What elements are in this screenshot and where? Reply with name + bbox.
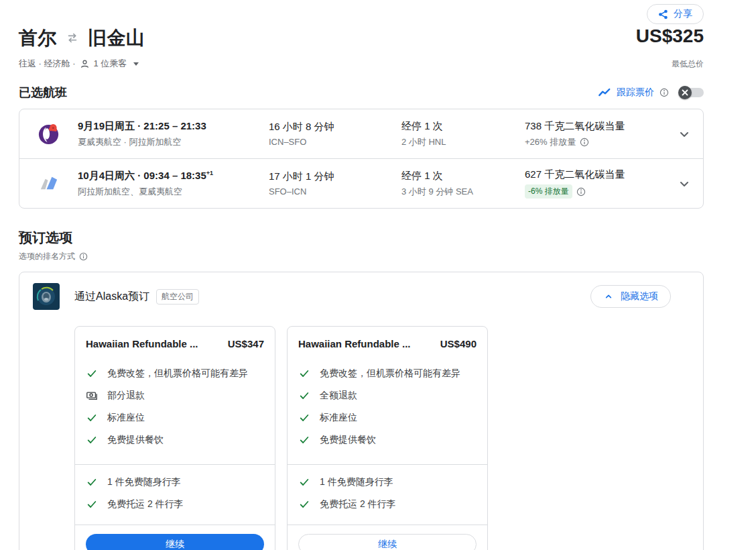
- fare-baggage: 免费托运 2 件行李: [86, 498, 264, 510]
- fare-name: Hawaiian Refundable ...: [86, 338, 198, 349]
- fare-card-refundable-490: Hawaiian Refundable ... US$490 免费改签，但机票价…: [287, 326, 488, 550]
- flight-stops: 经停 1 次: [401, 170, 525, 182]
- passengers-caret-icon[interactable]: [133, 62, 139, 66]
- check-icon: [86, 368, 98, 379]
- fare-feature: 免费改签，但机票价格可能有差异: [86, 368, 264, 380]
- fare-feature: 免费提供餐饮: [86, 434, 264, 446]
- fare-feature: 免费改签，但机票价格可能有差异: [298, 368, 477, 380]
- flight-duration: 16 小时 8 分钟: [269, 121, 401, 133]
- flight-stops: 经停 1 次: [401, 120, 525, 133]
- emissions-info-icon[interactable]: [576, 187, 586, 197]
- expand-flight-chevron-icon[interactable]: [666, 126, 703, 142]
- fare-baggage: 免费托运 2 件行李: [298, 498, 477, 510]
- trend-line-icon: [598, 87, 611, 98]
- provider-type-badge: 航空公司: [156, 289, 199, 305]
- flight-datetime-cell: 10月4日周六 · 09:34 – 18:35+1 阿拉斯加航空、夏威夷航空: [78, 170, 269, 198]
- flight-emissions-cell: 738 千克二氧化碳当量 +26% 排放量: [525, 120, 666, 148]
- share-button[interactable]: 分享: [647, 4, 704, 24]
- fare-feature-text: 标准座位: [107, 412, 145, 424]
- flight-duration: 17 小时 1 分钟: [269, 170, 401, 183]
- flight-layover: 3 小时 9 分钟 SEA: [401, 186, 525, 198]
- selected-flights-title: 已选航班: [19, 85, 67, 101]
- selected-flights-list: 9月19日周五 · 21:25 – 21:33 夏威夷航空 · 阿拉斯加航空 1…: [19, 109, 704, 209]
- track-prices-toggle[interactable]: [681, 88, 704, 97]
- flight-datetime: 10月4日周六 · 09:34 – 18:35: [78, 170, 206, 181]
- check-icon: [298, 477, 310, 488]
- passenger-count: 1 位乘客: [94, 58, 127, 70]
- fare-baggage: 1 件免费随身行李: [86, 476, 264, 488]
- fare-baggage-text: 免费托运 2 件行李: [107, 498, 184, 510]
- hawaiian-airlines-logo: [19, 122, 78, 146]
- fare-feature-text: 免费提供餐饮: [320, 434, 376, 446]
- alaska-airlines-logo: [19, 172, 78, 195]
- total-price: US$325: [636, 25, 704, 47]
- ranking-label: 选项的排名方式: [19, 251, 75, 262]
- passenger-icon: [80, 59, 90, 69]
- share-icon: [658, 9, 668, 19]
- flight-booking-page: 分享 首尔 旧金山 US$325 往返 · 经济舱 · 1 位乘客 最低总价: [0, 0, 756, 550]
- hide-options-button[interactable]: 隐藏选项: [590, 285, 671, 308]
- fare-name: Hawaiian Refundable ...: [298, 338, 411, 349]
- fare-feature-text: 全额退款: [320, 390, 357, 402]
- fare-feature: 部分退款: [86, 390, 264, 402]
- arrival-day-offset: +1: [206, 170, 213, 176]
- flight-emissions: 627 千克二氧化碳当量: [525, 168, 666, 181]
- provider-name: 通过Alaska预订: [74, 290, 149, 304]
- price-caption: 最低总价: [672, 58, 704, 70]
- check-icon: [86, 412, 98, 423]
- continue-button[interactable]: 继续: [298, 534, 477, 550]
- money-icon: [86, 390, 98, 402]
- fare-feature-text: 标准座位: [320, 412, 357, 424]
- emissions-delta-badge: -6% 排放量: [525, 184, 572, 199]
- flight-datetime-cell: 9月19日周五 · 21:25 – 21:33 夏威夷航空 · 阿拉斯加航空: [78, 120, 269, 148]
- continue-button[interactable]: 继续: [86, 534, 264, 550]
- check-icon: [86, 477, 98, 488]
- fare-feature: 免费提供餐饮: [298, 434, 477, 446]
- fare-baggage-text: 1 件免费随身行李: [107, 476, 181, 488]
- flight-row-outbound[interactable]: 9月19日周五 · 21:25 – 21:33 夏威夷航空 · 阿拉斯加航空 1…: [19, 109, 703, 158]
- fare-feature: 全额退款: [298, 390, 477, 402]
- flight-airlines: 阿拉斯加航空、夏威夷航空: [78, 186, 269, 198]
- chevron-up-icon: [603, 291, 614, 302]
- flight-stops-cell: 经停 1 次 2 小时 HNL: [401, 120, 525, 148]
- flight-emissions-cell: 627 千克二氧化碳当量 -6% 排放量: [525, 168, 666, 199]
- fare-feature-text: 免费改签，但机票价格可能有差异: [320, 368, 460, 380]
- check-icon: [298, 435, 310, 445]
- destination-city: 旧金山: [88, 25, 145, 51]
- track-prices-info-icon[interactable]: [659, 88, 669, 97]
- fare-price: US$347: [228, 338, 264, 349]
- share-label: 分享: [674, 8, 692, 20]
- check-icon: [298, 412, 310, 423]
- toggle-off-x-icon: [678, 86, 692, 99]
- fare-baggage-text: 免费托运 2 件行李: [320, 498, 396, 510]
- fare-card-refundable-347: Hawaiian Refundable ... US$347 免费改签，但机票价…: [74, 326, 275, 550]
- fare-feature: 标准座位: [86, 412, 264, 424]
- flight-route: ICN–SFO: [269, 137, 401, 147]
- booking-provider-card: 通过Alaska预订 航空公司 隐藏选项 Hawaiian Refundable…: [19, 272, 704, 550]
- check-icon: [86, 499, 98, 510]
- check-icon: [298, 390, 310, 401]
- booking-options-title: 预订选项: [19, 229, 704, 247]
- flight-route: SFO–ICN: [269, 186, 401, 197]
- flight-layover: 2 小时 HNL: [401, 136, 525, 148]
- trip-type-cabin: 往返 · 经济舱 ·: [19, 58, 76, 70]
- flight-row-return[interactable]: 10月4日周六 · 09:34 – 18:35+1 阿拉斯加航空、夏威夷航空 1…: [19, 158, 703, 208]
- ranking-info-icon[interactable]: [79, 252, 88, 261]
- fare-baggage: 1 件免费随身行李: [298, 476, 477, 488]
- hide-options-label: 隐藏选项: [621, 290, 658, 302]
- check-icon: [298, 368, 310, 379]
- flight-emissions: 738 千克二氧化碳当量: [525, 120, 666, 133]
- emissions-info-icon[interactable]: [580, 138, 589, 147]
- track-prices-label[interactable]: 跟踪票价: [617, 87, 654, 99]
- swap-cities-icon: [64, 31, 81, 46]
- route-title: 首尔 旧金山: [19, 25, 145, 51]
- expand-flight-chevron-icon[interactable]: [666, 176, 703, 192]
- fare-price: US$490: [440, 338, 477, 349]
- origin-city: 首尔: [19, 25, 57, 51]
- flight-duration-cell: 17 小时 1 分钟 SFO–ICN: [269, 170, 401, 197]
- flight-airlines: 夏威夷航空 · 阿拉斯加航空: [78, 136, 269, 148]
- fare-feature-text: 部分退款: [107, 390, 145, 402]
- trip-meta[interactable]: 往返 · 经济舱 · 1 位乘客: [19, 58, 139, 70]
- flight-stops-cell: 经停 1 次 3 小时 9 分钟 SEA: [401, 170, 525, 198]
- check-icon: [298, 499, 310, 510]
